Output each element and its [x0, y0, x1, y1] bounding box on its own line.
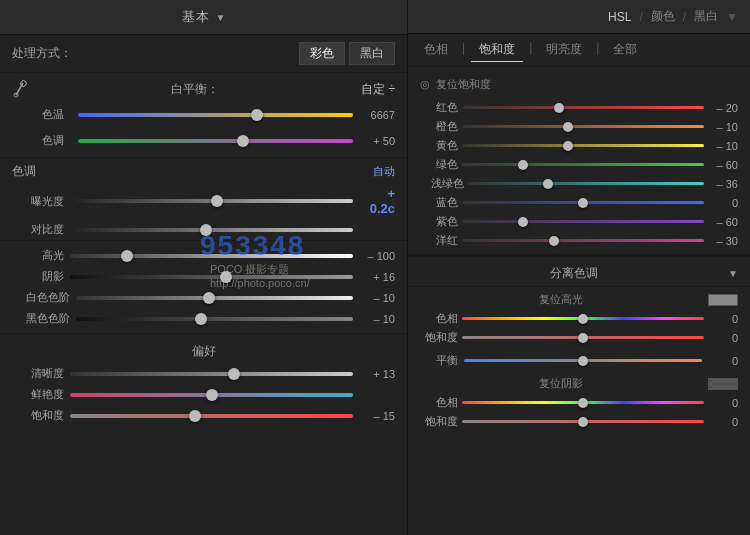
highlight-color-swatch[interactable]: [708, 294, 738, 306]
green-thumb[interactable]: [518, 160, 528, 170]
purple-value: – 60: [708, 216, 738, 228]
red-value: – 20: [708, 102, 738, 114]
temp-thumb[interactable]: [251, 109, 263, 121]
shadow-sat-slider[interactable]: [462, 420, 704, 423]
yellow-value: – 10: [708, 140, 738, 152]
blue-sat-slider[interactable]: [462, 201, 704, 204]
tint-slider-row: 色调 + 50: [12, 130, 395, 151]
green-sat-slider[interactable]: [462, 163, 704, 166]
balance-row: 平衡 0: [408, 350, 750, 371]
shadow-slider[interactable]: [70, 275, 353, 279]
hsl-tab[interactable]: HSL: [608, 10, 631, 24]
bw-mode-button[interactable]: 黑白: [349, 42, 395, 65]
black-thumb[interactable]: [195, 313, 207, 325]
saturation-thumb[interactable]: [189, 410, 201, 422]
header-arrow[interactable]: ▼: [726, 10, 738, 24]
red-sat-row: 红色 – 20: [420, 98, 738, 117]
highlight-hue-label: 色相: [420, 311, 458, 326]
tone-auto-button[interactable]: 自动: [373, 164, 395, 179]
balance-slider[interactable]: [464, 359, 702, 362]
clarity-thumb[interactable]: [228, 368, 240, 380]
highlight-hue-slider[interactable]: [462, 317, 704, 320]
white-label: 白色色阶: [12, 290, 70, 305]
aqua-thumb[interactable]: [543, 179, 553, 189]
green-sat-row: 绿色 – 60: [420, 155, 738, 174]
magenta-thumb[interactable]: [549, 236, 559, 246]
preference-title-row: 偏好: [0, 338, 407, 363]
contrast-thumb[interactable]: [200, 224, 212, 236]
saturation-value: – 15: [359, 410, 395, 422]
tint-thumb[interactable]: [237, 135, 249, 147]
purple-thumb[interactable]: [518, 217, 528, 227]
tone-section: 色调 自动 曝光度 + 0.2c 对比度: [0, 158, 407, 241]
exposure-slider[interactable]: [70, 199, 353, 203]
saturation-slider[interactable]: [70, 414, 353, 418]
highlight-hue-thumb[interactable]: [578, 314, 588, 324]
shadow-thumb[interactable]: [220, 271, 232, 283]
preference-section: 偏好 清晰度 + 13 鲜艳度 饱和度 – 15: [0, 334, 407, 430]
blue-label: 蓝色: [420, 195, 458, 210]
temp-slider-row: 色温 6667: [12, 104, 395, 125]
black-slider[interactable]: [76, 317, 353, 321]
white-thumb[interactable]: [203, 292, 215, 304]
white-slider[interactable]: [76, 296, 353, 300]
shadow-title-row: 复位阴影: [420, 374, 738, 393]
contrast-slider[interactable]: [70, 228, 353, 232]
hsl-saturation-section: ◎ 复位饱和度 红色 – 20 橙色 – 10 黄色 – 10: [408, 67, 750, 255]
vibrance-thumb[interactable]: [206, 389, 218, 401]
highlight-thumb[interactable]: [121, 250, 133, 262]
clarity-slider[interactable]: [70, 372, 353, 376]
yellow-thumb[interactable]: [563, 141, 573, 151]
highlight-sat-thumb[interactable]: [578, 333, 588, 343]
aqua-sat-row: 浅绿色 – 36: [420, 174, 738, 193]
processing-label: 处理方式：: [12, 45, 295, 62]
shadow-title: 复位阴影: [420, 376, 702, 391]
eyedropper-icon[interactable]: [12, 79, 28, 99]
color-tab[interactable]: 颜色: [651, 8, 675, 25]
red-sat-slider[interactable]: [462, 106, 704, 109]
purple-sat-slider[interactable]: [462, 220, 704, 223]
highlight-slider[interactable]: [70, 254, 353, 258]
right-panel-header: HSL / 颜色 / 黑白 ▼: [408, 0, 750, 34]
vibrance-slider[interactable]: [70, 393, 353, 397]
luminance-subtab[interactable]: 明亮度: [538, 38, 590, 62]
shadow-hue-thumb[interactable]: [578, 398, 588, 408]
yellow-sat-slider[interactable]: [462, 144, 704, 147]
hsl-subtabs: 色相 | 饱和度 | 明亮度 | 全部: [408, 34, 750, 67]
magenta-sat-slider[interactable]: [462, 239, 704, 242]
contrast-slider-row: 对比度: [0, 219, 407, 240]
tint-slider[interactable]: [78, 139, 353, 143]
blue-thumb[interactable]: [578, 198, 588, 208]
aqua-sat-slider[interactable]: [468, 182, 704, 185]
white-balance-section: 白平衡： 自定 ÷ 色温 6667 色调 + 50: [0, 73, 407, 158]
yellow-sat-row: 黄色 – 10: [420, 136, 738, 155]
shadow-color-swatch[interactable]: [708, 378, 738, 390]
highlight-sat-slider[interactable]: [462, 336, 704, 339]
exposure-value: + 0.2c: [359, 186, 395, 216]
balance-thumb[interactable]: [578, 356, 588, 366]
wb-preset-select[interactable]: 自定 ÷: [361, 81, 395, 98]
hue-subtab[interactable]: 色相: [416, 38, 456, 62]
temp-slider[interactable]: [78, 113, 353, 117]
orange-sat-slider[interactable]: [462, 125, 704, 128]
orange-thumb[interactable]: [563, 122, 573, 132]
shadow-sub-section: 复位阴影 色相 0 饱和度 0: [408, 371, 750, 434]
red-thumb[interactable]: [554, 103, 564, 113]
split-toning-arrow[interactable]: ▼: [728, 268, 738, 279]
shadow-hue-slider[interactable]: [462, 401, 704, 404]
all-subtab[interactable]: 全部: [605, 38, 645, 62]
tint-value: + 50: [359, 135, 395, 147]
split-toning-section: 分离色调 ▼ 复位高光 色相 0 饱和度 0: [408, 257, 750, 438]
saturation-subtab[interactable]: 饱和度: [471, 38, 523, 62]
shadow-slider-row: 阴影 + 16: [0, 266, 407, 287]
left-panel-arrow[interactable]: ▼: [216, 12, 226, 23]
contrast-label: 对比度: [12, 222, 64, 237]
color-mode-button[interactable]: 彩色: [299, 42, 345, 65]
bw-tab[interactable]: 黑白: [694, 8, 718, 25]
aqua-value: – 36: [708, 178, 738, 190]
highlight-sub-section: 复位高光 色相 0 饱和度 0: [408, 287, 750, 350]
green-label: 绿色: [420, 157, 458, 172]
shadow-sat-thumb[interactable]: [578, 417, 588, 427]
right-panel: HSL / 颜色 / 黑白 ▼ 色相 | 饱和度 | 明亮度 | 全部 ◎ 复位…: [408, 0, 750, 535]
exposure-thumb[interactable]: [211, 195, 223, 207]
